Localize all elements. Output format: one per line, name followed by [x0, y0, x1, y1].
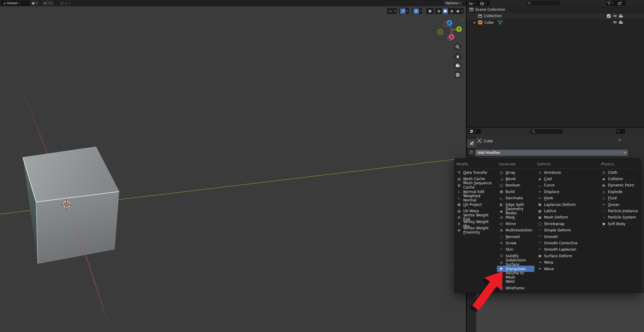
chevron-down-icon: ▾ [624, 152, 625, 154]
menu-item-vertex-weight-proximity[interactable]: ⊠Vertex Weight Proximity [455, 227, 497, 234]
tab-modifier-properties[interactable] [467, 139, 476, 148]
menu-item-multiresolution[interactable]: ⊞Multiresolution [497, 227, 534, 234]
menu-column-title-deform: Deform [535, 161, 580, 169]
new-collection-button[interactable] [617, 1, 626, 6]
menu-item-geometry-nodes[interactable]: ◒Geometry Nodes [497, 208, 534, 214]
viewport-render-toggle[interactable]: ▣ [426, 8, 434, 14]
menu-item-collision[interactable]: ◆Collision [599, 176, 641, 182]
object-visibility-dropdown[interactable]: ▻ ▾ [387, 8, 397, 14]
menu-item-cast[interactable]: ◗Cast [535, 176, 580, 182]
menu-item-label: Array [506, 171, 515, 175]
fluid-icon: ◇ [602, 196, 606, 200]
menu-item-hook[interactable]: ↩Hook [535, 195, 580, 201]
menu-item-displace[interactable]: ≃Displace [535, 189, 580, 195]
menu-item-bevel[interactable]: ◿Bevel [497, 176, 534, 182]
menu-item-particle-system[interactable]: ∴Particle System [599, 214, 641, 221]
menu-item-armature[interactable]: ⋏Armature [535, 169, 580, 176]
menu-item-build[interactable]: ▦Build [497, 189, 534, 195]
gizmos-dropdown[interactable]: ↗ ▾ [399, 8, 409, 14]
menu-item-mirror[interactable]: ◫Mirror [497, 221, 534, 227]
menu-item-smooth-laplacian[interactable]: ◠Smooth Laplacian [535, 246, 580, 253]
breadcrumb[interactable]: Cube [484, 139, 493, 143]
pivot-point-dropdown[interactable]: ◉ ▾ [30, 1, 39, 6]
menu-item-remesh[interactable]: ◌Remesh [497, 234, 534, 240]
properties-editor-icon [470, 129, 473, 133]
viewport-canvas[interactable] [0, 0, 467, 332]
properties-editor-type-dropdown[interactable]: ▾ [468, 129, 481, 134]
menu-item-explode[interactable]: ◬Explode [599, 189, 641, 195]
outliner-row-scene-collection[interactable]: Scene Collection [467, 6, 644, 13]
outliner-row-collection[interactable]: Collection [467, 13, 644, 20]
menu-item-volume-to-mesh[interactable]: ○Volume to Mesh [497, 272, 534, 278]
menu-item-shrinkwrap[interactable]: ◯Shrinkwrap [535, 221, 580, 227]
pin-icon[interactable] [617, 138, 621, 143]
outliner-item-label: Collection [484, 14, 502, 18]
zoom-button[interactable] [454, 43, 461, 51]
menu-item-wave[interactable]: ≋Wave [535, 266, 580, 272]
menu-item-fluid[interactable]: ◇Fluid [599, 195, 641, 201]
menu-item-mesh-sequence-cache[interactable]: ▥Mesh Sequence Cache [455, 182, 497, 189]
magnet-icon: ∩ [44, 2, 46, 5]
menu-item-lattice[interactable]: ▦Lattice [535, 208, 580, 214]
options-dropdown[interactable]: Options ▾ [444, 1, 462, 6]
menu-item-data-transfer[interactable]: ⇅Data Transfer [455, 169, 497, 176]
menu-item-mesh-deform[interactable]: ▣Mesh Deform [535, 214, 580, 221]
simple-deform-icon: ◜ [538, 228, 542, 232]
menu-item-screw[interactable]: ≋Screw [497, 240, 534, 246]
properties-search-input[interactable] [530, 129, 563, 134]
menu-item-warp[interactable]: ↪Warp [535, 259, 580, 265]
shading-wireframe-button[interactable]: ◍ [436, 8, 442, 14]
mesh-sequence-cache-icon: ▥ [457, 183, 461, 187]
menu-item-smooth-corrective[interactable]: ◠Smooth Corrective [535, 240, 580, 246]
menu-item-soft-body[interactable]: ●Soft Body [599, 221, 641, 227]
menu-item-smooth[interactable]: ◠Smooth [535, 234, 580, 240]
shading-material-button[interactable]: ◑ [449, 8, 454, 14]
outliner-search-input[interactable] [526, 1, 561, 5]
menu-item-particle-instance[interactable]: ∵Particle Instance [599, 208, 641, 214]
checkbox-toggle-icon[interactable] [607, 14, 611, 18]
menu-item-ocean[interactable]: ≈Ocean [599, 201, 641, 208]
properties-options-chevron[interactable]: ▾ [616, 129, 625, 134]
menu-item-array[interactable]: ◫Array [497, 169, 534, 176]
menu-item-weighted-normal[interactable]: ∟Weighted Normal [455, 195, 497, 201]
pan-hand-button[interactable] [454, 53, 461, 60]
outliner-row-cube[interactable]: ▶Cube [467, 19, 644, 26]
menu-item-label: Mask [506, 215, 515, 219]
menu-item-decimate[interactable]: ◺Decimate [497, 195, 534, 201]
proportional-editing-controls[interactable]: ◎ ∿ ▾ [59, 1, 72, 6]
camera-toggle-icon[interactable] [618, 14, 623, 18]
menu-item-boolean[interactable]: ◱Boolean [497, 182, 534, 189]
menu-item-simple-deform[interactable]: ◜Simple Deform [535, 227, 580, 234]
transform-orientation-dropdown[interactable]: ⊿ Global ▾ [1, 1, 31, 6]
editor-type-dropdown[interactable]: ▾ [468, 1, 480, 6]
cube-object[interactable] [23, 147, 119, 264]
gizmo-icon: ↗ [400, 8, 406, 14]
camera-toggle-icon[interactable] [618, 20, 623, 24]
menu-item-subdivision-surface[interactable]: ◎Subdivision Surface [497, 259, 534, 265]
shading-rendered-button[interactable]: ◕ [455, 8, 461, 14]
menu-item-cloth[interactable]: ⋀Cloth [599, 169, 641, 176]
camera-view-button[interactable] [454, 62, 461, 69]
menu-item-label: Data Transfer [463, 171, 488, 175]
new-collection-icon [618, 2, 622, 5]
disclosure-triangle-icon[interactable]: ▶ [474, 21, 478, 24]
chevron-down-icon: ▾ [618, 130, 619, 133]
menu-item-surface-deform[interactable]: ▣Surface Deform [535, 253, 580, 259]
menu-item-curve[interactable]: ◡Curve [535, 182, 580, 189]
perspective-toggle-button[interactable] [454, 71, 461, 79]
menu-item-laplacian-deform[interactable]: ▣Laplacian Deform [535, 201, 580, 208]
menu-item-wireframe[interactable]: □Wireframe [497, 285, 534, 291]
snap-controls[interactable]: ∩ ∷ ▾ [42, 1, 54, 6]
menu-item-skin[interactable]: ◠Skin [497, 246, 534, 253]
eye-toggle-icon[interactable] [613, 20, 617, 24]
tab-render-properties[interactable] [469, 150, 474, 155]
shading-solid-button[interactable]: ● [443, 8, 448, 14]
add-modifier-button[interactable]: Add Modifier ▾ [475, 150, 628, 156]
mask-icon: ◔ [499, 216, 503, 219]
filter-dropdown[interactable]: ▾ [606, 1, 618, 6]
eye-toggle-icon[interactable] [613, 14, 617, 18]
menu-item-dynamic-paint[interactable]: ◉Dynamic Paint [599, 182, 641, 189]
overlays-dropdown[interactable]: ◎ ▾ [412, 8, 422, 14]
outliner-properties-divider[interactable] [467, 127, 644, 128]
display-mode-dropdown[interactable]: ▾ [479, 1, 490, 6]
